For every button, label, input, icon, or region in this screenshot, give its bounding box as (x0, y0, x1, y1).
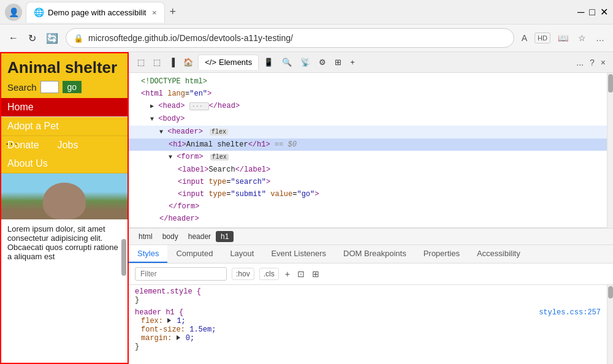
search-label: Search (7, 82, 37, 93)
devtools-panel: ⬚ ⬚ ▐ 🏠 </> Elements 📱 🔍 📡 ⚙ ⊞ + ... ? ×… (129, 52, 613, 364)
reading-mode-btn[interactable]: 📖 (555, 31, 571, 45)
more-tools-btn[interactable]: + (346, 55, 359, 69)
head-collapse[interactable]: ··· (189, 102, 209, 110)
hd-btn[interactable]: HD (535, 32, 550, 44)
devtools-close-btn[interactable]: × (598, 55, 608, 70)
styles-scroll-thumb[interactable] (608, 286, 613, 298)
memory-tool-btn[interactable]: ⊞ (331, 55, 345, 69)
elements-tab-label: Elements (219, 58, 252, 67)
nav-item-adopt[interactable]: Adopt a Pet (1, 117, 128, 136)
source-line-label: <label>Search</label> (129, 164, 607, 176)
source-line-html: <html lang="en"> (129, 88, 607, 100)
html-scrollbar[interactable] (607, 73, 613, 228)
triangle-head: ▶ (150, 103, 154, 110)
home-btn[interactable]: 🏠 (180, 55, 197, 69)
source-line-body: ▼ <body> (129, 113, 607, 126)
side-panel-btn[interactable]: ▐ (166, 55, 178, 69)
tab-accessibility[interactable]: Accessibility (468, 245, 529, 263)
breadcrumb-bar: html body header h1 (129, 229, 613, 245)
copy-style-btn[interactable]: ⊡ (296, 268, 306, 280)
source-line-header: ▼ <header> flex (129, 126, 607, 138)
source-line-input-submit: <input type="submit" value="go"> (129, 188, 607, 200)
inspect-tool-btn[interactable]: ⬚ (134, 55, 148, 69)
header-h1-prop-margin: margin: 0; (135, 334, 601, 343)
forward-btn[interactable]: ↻ (26, 30, 39, 47)
search-input[interactable] (40, 81, 59, 93)
device-emulation-btn[interactable]: ⬚ (150, 55, 164, 69)
tab-dom-breakpoints[interactable]: DOM Breakpoints (335, 245, 415, 263)
back-btn[interactable]: ← (6, 30, 21, 46)
tab-styles[interactable]: Styles (129, 245, 167, 263)
devtools-more-btn[interactable]: ... (574, 55, 586, 70)
lang-val: "en" (189, 89, 207, 98)
nav-link-jobs[interactable]: Jobs (58, 140, 78, 151)
tab-layout[interactable]: Layout (221, 245, 262, 263)
close-window-btn[interactable]: ✕ (600, 6, 608, 18)
tab-close-btn[interactable]: × (152, 8, 157, 17)
scroll-indicator[interactable] (121, 239, 126, 276)
styles-scrollbar[interactable] (607, 285, 613, 364)
elements-tab[interactable]: </> Elements (198, 55, 259, 70)
tab-event-listeners[interactable]: Event Listeners (262, 245, 335, 263)
elements-tab-code-icon: </> (205, 58, 216, 67)
lorem-text: Lorem ipsum dolor, sit amet consectetur … (7, 224, 118, 261)
source-line-input-search: <input type="search"> (129, 176, 607, 188)
html-tag: <html (141, 89, 163, 98)
devtools-help-btn[interactable]: ? (587, 55, 597, 70)
html-source: <!DOCTYPE html> <html lang="en"> ▶ <head… (129, 73, 607, 228)
styles-link[interactable]: styles.css:257 (539, 308, 601, 317)
styles-content-area: element.style { } header h1 { styles.css… (129, 285, 613, 364)
html-source-area: <!DOCTYPE html> <html lang="en"> ▶ <head… (129, 73, 613, 229)
hov-btn[interactable]: :hov (232, 268, 254, 280)
toggle-style-btn[interactable]: ⊞ (311, 268, 321, 280)
source-line-head: ▶ <head> ··· </head> (129, 100, 607, 113)
address-bar[interactable]: 🔒 microsoftedge.github.io/Demos/devtools… (66, 28, 514, 48)
browser-more-btn[interactable]: … (593, 31, 607, 45)
breadcrumb-html[interactable]: html (134, 231, 158, 242)
breadcrumb-body[interactable]: body (158, 231, 183, 242)
tab-title: Demo page with accessibility iss... (48, 8, 146, 17)
source-line-header-close: </header> (129, 213, 607, 225)
tab-favicon: 🌐 (34, 7, 44, 17)
read-aloud-btn[interactable]: A (519, 31, 530, 45)
avatar: 👤 (5, 4, 22, 21)
element-style-close: } (135, 296, 601, 305)
browser-tab[interactable]: 🌐 Demo page with accessibility iss... × (26, 2, 165, 23)
html-scroll-thumb[interactable] (608, 74, 613, 93)
dog-image (43, 183, 86, 219)
maximize-btn[interactable]: □ (589, 7, 595, 18)
nav-item-about[interactable]: About Us (1, 154, 128, 173)
site-content: Lorem ipsum dolor, sit amet consectetur … (1, 219, 128, 266)
styles-filter-row: :hov .cls + ⊡ ⊞ (129, 264, 613, 285)
css-content: element.style { } header h1 { styles.css… (129, 285, 607, 364)
site-header: Animal shelter Search go (1, 53, 128, 98)
header-h1-prop-fontsize: font-size: 1.5em; (135, 325, 601, 334)
browser-nav-icons: A HD 📖 ☆ … (519, 31, 607, 45)
refresh-btn[interactable]: 🔄 (44, 30, 61, 47)
source-line-form: ▼ <form> flex (129, 151, 607, 164)
nav-bar: ← ↻ 🔄 🔒 microsoftedge.github.io/Demos/de… (0, 25, 613, 52)
cls-btn[interactable]: .cls (259, 268, 279, 280)
sources-tool-btn[interactable]: 🔍 (278, 55, 295, 69)
console-tool-btn[interactable]: 📱 (260, 55, 277, 69)
devtools-toolbar: ⬚ ⬚ ▐ 🏠 </> Elements 📱 🔍 📡 ⚙ ⊞ + ... ? × (129, 52, 613, 73)
nav-item-donate-jobs: Donate Jobs (1, 136, 128, 154)
title-bar: 👤 🌐 Demo page with accessibility iss... … (0, 0, 613, 25)
minimize-btn[interactable]: ─ (577, 7, 584, 18)
doctype-text: <!DOCTYPE html> (141, 77, 207, 86)
performance-tool-btn[interactable]: ⚙ (315, 55, 330, 69)
new-tab-btn[interactable]: + (165, 3, 181, 21)
tab-computed[interactable]: Computed (167, 245, 221, 263)
network-tool-btn[interactable]: 📡 (297, 55, 314, 69)
main-area: Animal shelter Search go Home Adopt a Pe… (0, 52, 613, 364)
favorites-btn[interactable]: ☆ (576, 31, 588, 45)
tab-properties[interactable]: Properties (415, 245, 468, 263)
breadcrumb-h1[interactable]: h1 (216, 231, 234, 242)
styles-filter-input[interactable] (135, 267, 227, 281)
breadcrumb-header[interactable]: header (183, 231, 216, 242)
add-style-btn[interactable]: + (284, 268, 291, 280)
css-rule-element-style: element.style { } (135, 287, 601, 305)
go-button[interactable]: go (63, 81, 82, 93)
nav-item-home[interactable]: Home (1, 98, 128, 117)
lock-icon: 🔒 (74, 34, 83, 43)
